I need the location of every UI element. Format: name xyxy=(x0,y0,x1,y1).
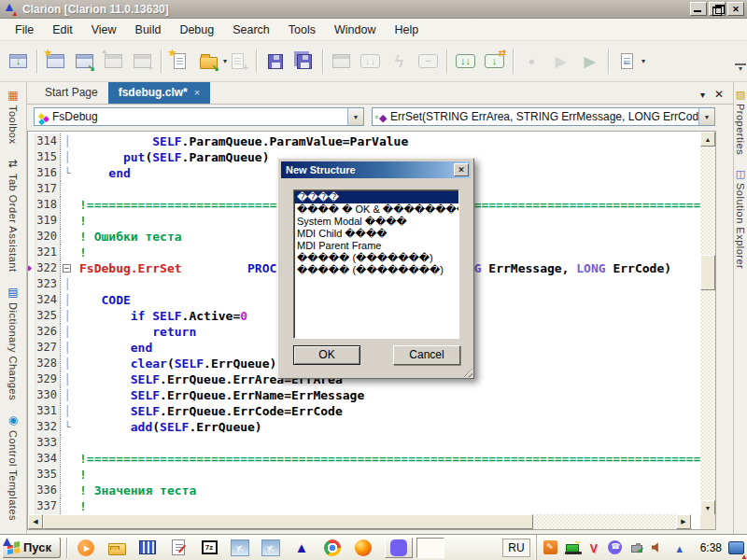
save-all-button[interactable] xyxy=(291,49,317,74)
usb-tray-icon[interactable] xyxy=(629,540,644,555)
class-combobox[interactable]: ◆ ◆ ◆ FsDebug ▼ xyxy=(34,107,364,126)
viber-taskbar-button[interactable] xyxy=(385,538,413,558)
debug-button[interactable]: ● xyxy=(519,49,544,74)
tab-close-icon[interactable]: ✕ xyxy=(711,85,733,104)
java-tray-icon[interactable] xyxy=(543,540,558,555)
firefox-icon[interactable] xyxy=(353,538,374,558)
structure-list-item[interactable]: ���� xyxy=(294,191,458,203)
restore-button[interactable] xyxy=(709,2,726,16)
menu-item-file[interactable]: File xyxy=(6,20,43,40)
file-manager-icon[interactable] xyxy=(137,538,158,558)
code-line[interactable]: 333 xyxy=(28,435,700,451)
import-window-button[interactable]: ↓ xyxy=(6,49,31,74)
menu-item-edit[interactable]: Edit xyxy=(43,20,82,40)
code-line[interactable]: 314│ SELF.ParamQueue.ParamValue=ParValue xyxy=(28,133,700,149)
structure-list-item[interactable]: ���� � OK & ��������� xyxy=(294,203,458,216)
airplane-icon-2[interactable] xyxy=(261,538,281,558)
media-player-icon[interactable] xyxy=(76,538,96,558)
tab-list-chevron-icon[interactable]: ▾ xyxy=(695,86,711,104)
code-line[interactable]: 337! xyxy=(28,498,700,514)
save-button[interactable] xyxy=(262,49,288,74)
airplane-icon-1[interactable] xyxy=(230,538,250,558)
rail-item-properties[interactable]: ▨Properties xyxy=(734,82,747,161)
rail-item-toolbox[interactable]: ▦Toolbox xyxy=(0,82,26,150)
dialog-resize-grip[interactable] xyxy=(461,366,472,377)
member-combobox-arrow-icon[interactable]: ▼ xyxy=(698,108,714,125)
structure-list-item[interactable]: ����� (��������) xyxy=(294,264,458,276)
minimize-button[interactable] xyxy=(690,2,707,16)
clarion-taskbar-button[interactable] xyxy=(416,538,444,558)
notepad-icon[interactable] xyxy=(168,538,189,558)
cancel-button[interactable]: Cancel xyxy=(393,345,460,365)
dialog-close-icon[interactable]: ✕ xyxy=(454,163,469,176)
close-button[interactable] xyxy=(727,2,744,16)
code-line[interactable]: 336! Значения теста xyxy=(28,483,700,498)
tab-close-icon[interactable]: × xyxy=(194,87,200,98)
rail-item-solution-explorer[interactable]: ◫Solution Explorer xyxy=(734,161,747,275)
menu-item-help[interactable]: Help xyxy=(385,20,428,40)
vertical-scrollbar[interactable]: ▲ ▼ xyxy=(700,132,715,515)
menu-item-window[interactable]: Window xyxy=(325,20,385,40)
member-combobox[interactable]: ≡ ◆ ErrSet(STRING ErrArea, STRING ErrMes… xyxy=(372,107,715,126)
menu-item-search[interactable]: Search xyxy=(223,20,279,40)
generate-refresh-button[interactable]: ↓⇄ xyxy=(482,49,507,74)
add-file-button[interactable]: + xyxy=(225,49,250,74)
structure-list-item[interactable]: MDI Child ���� xyxy=(294,228,458,240)
7zip-icon[interactable] xyxy=(199,538,219,558)
structure-listbox[interactable]: �������� � OK & ���������System Modal ��… xyxy=(293,189,459,339)
vertical-scroll-thumb[interactable] xyxy=(700,255,715,290)
generate-all-button[interactable]: ↓↓ xyxy=(453,49,478,74)
toolbar-overflow-icon[interactable]: ▾ xyxy=(735,63,746,73)
code-line[interactable]: 335! xyxy=(28,467,700,483)
antivirus-tray-icon[interactable] xyxy=(586,540,601,555)
language-indicator[interactable]: RU xyxy=(502,539,529,557)
structure-list-item[interactable]: ����� (�������) xyxy=(294,252,458,264)
folder-icon[interactable] xyxy=(106,538,127,558)
clarion-triangle-icon[interactable] xyxy=(291,538,312,558)
rail-item-dictionary-changes[interactable]: ▤Dictionary Changes xyxy=(0,279,26,407)
rail-item-control-templates[interactable]: ◉Control Templates xyxy=(0,407,26,527)
tab-fsdebug-clw-[interactable]: fsdebug.clw*× xyxy=(108,82,210,104)
menu-item-build[interactable]: Build xyxy=(126,20,171,40)
start-without-debug-button[interactable]: ▶ xyxy=(548,49,573,74)
open-file-button[interactable]: ↘▾ xyxy=(196,49,221,74)
dialog-title-bar[interactable]: New Structure ✕ xyxy=(281,161,471,178)
remove-generated-button[interactable]: − xyxy=(416,49,441,74)
class-combobox-arrow-icon[interactable]: ▼ xyxy=(347,108,363,125)
menu-item-debug[interactable]: Debug xyxy=(170,20,223,40)
utility-tray-icon[interactable] xyxy=(672,540,687,555)
new-file-button[interactable]: ★ xyxy=(167,49,192,74)
ok-button[interactable]: OK xyxy=(293,345,360,365)
code-line[interactable]: 331│ SELF.ErrQueue.ErrCode=ErrCode xyxy=(28,403,700,419)
code-line[interactable]: 334!====================================… xyxy=(28,451,700,467)
scroll-up-icon[interactable]: ▲ xyxy=(700,132,715,147)
run-button[interactable]: ▶ xyxy=(577,49,602,74)
generate-button[interactable]: ↓↓ xyxy=(358,49,383,74)
new-window-button[interactable]: ★ xyxy=(43,49,68,74)
add-window-button[interactable]: + xyxy=(130,49,155,74)
volume-tray-icon[interactable] xyxy=(651,540,666,555)
viber-tray-icon[interactable] xyxy=(608,540,623,555)
menu-item-tools[interactable]: Tools xyxy=(279,20,325,40)
scroll-left-icon[interactable]: ◀ xyxy=(28,514,43,529)
rail-item-tab-order-assistant[interactable]: ⇄Tab Order Assistant xyxy=(0,150,26,279)
tab-start-page[interactable]: Start Page xyxy=(35,82,108,104)
code-line[interactable]: 330│ SELF.ErrQueue.ErrName=ErrMessage xyxy=(28,387,700,403)
code-line[interactable]: 332└ add(SELF.ErrQueue) xyxy=(28,419,700,435)
structure-list-item[interactable]: MDI Parent Frame xyxy=(294,240,458,252)
close-window-button[interactable] xyxy=(329,49,354,74)
network-tray-icon[interactable] xyxy=(565,540,580,555)
horizontal-scroll-thumb[interactable] xyxy=(43,514,533,529)
scroll-right-icon[interactable]: ▶ xyxy=(676,514,691,529)
menu-item-view[interactable]: View xyxy=(82,20,126,40)
scroll-down-icon[interactable]: ▼ xyxy=(700,500,715,515)
open-window-button[interactable]: ↘ xyxy=(72,49,97,74)
taskbar-clock[interactable]: 6:38 xyxy=(694,541,728,554)
build-button[interactable]: ϟ xyxy=(387,49,412,74)
dropdown-arrow-icon[interactable]: ▾ xyxy=(641,57,645,65)
structure-list-item[interactable]: System Modal ���� xyxy=(294,216,458,228)
view-source-button[interactable]: ←▾ xyxy=(614,49,640,74)
horizontal-scrollbar[interactable]: ◀ ▶ xyxy=(28,514,691,529)
export-window-button[interactable]: ↖ xyxy=(101,49,126,74)
fold-toggle-icon[interactable]: − xyxy=(63,264,71,273)
